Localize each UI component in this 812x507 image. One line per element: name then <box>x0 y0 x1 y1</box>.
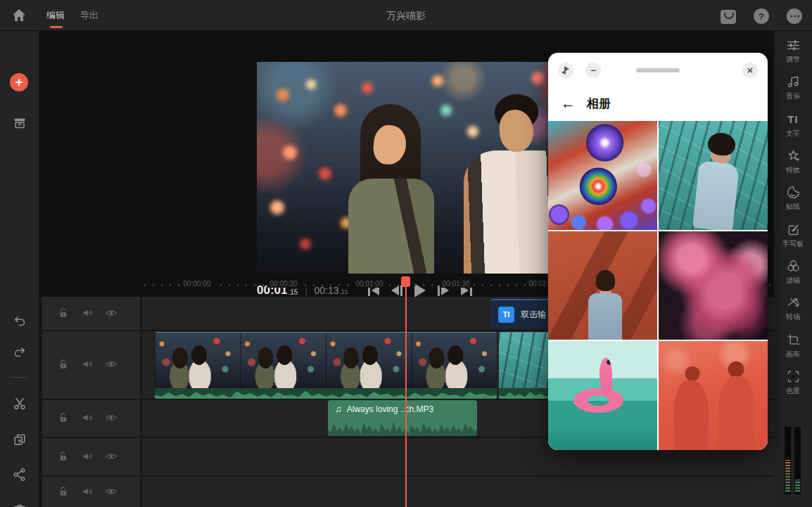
panel-minimize-icon[interactable]: − <box>585 63 601 78</box>
sidebar-label: 特效 <box>786 165 800 175</box>
add-media-button[interactable]: + <box>10 73 28 91</box>
visibility-track-icon[interactable] <box>104 485 118 499</box>
visibility-track-icon[interactable] <box>104 307 118 321</box>
more-menu-icon[interactable]: ⋯ <box>785 6 804 25</box>
audio-level-meters <box>783 427 801 494</box>
album-photo-couple-red[interactable] <box>659 341 768 450</box>
bokeh-lights <box>257 62 267 72</box>
sidebar-item-chroma[interactable]: 色度 <box>774 368 812 402</box>
ruler-label: 00:01:30 <box>440 280 473 288</box>
sidebar-label: 画布 <box>786 349 800 359</box>
lock-track-icon[interactable] <box>56 485 70 499</box>
ruler-label: 00:01:00 <box>353 280 386 288</box>
text-clip-badge: TI <box>498 307 514 323</box>
sidebar-label: 音乐 <box>786 91 800 101</box>
track-header <box>42 297 140 330</box>
sidebar-item-drawing-pad[interactable]: 手写板 <box>774 221 812 255</box>
figure-woman-body <box>348 179 434 274</box>
visibility-track-icon[interactable] <box>104 411 118 425</box>
album-photo-colorful-bubbles[interactable] <box>548 121 657 230</box>
sidebar-item-text[interactable]: TI 文字 <box>774 110 812 144</box>
album-photo-flamingo-float[interactable] <box>548 341 657 450</box>
toolbar-divider <box>10 377 28 378</box>
audio-meter-right <box>794 427 801 494</box>
visibility-track-icon[interactable] <box>104 358 118 372</box>
video-clip-thumbnails <box>155 333 497 389</box>
album-photo-woman-orange-wall[interactable] <box>548 231 657 340</box>
sidebar-label: 转场 <box>786 312 800 322</box>
sidebar-label: 调节 <box>786 55 800 65</box>
sidebar-item-filters[interactable]: 滤镜 <box>774 257 812 291</box>
store-icon[interactable] <box>719 6 737 25</box>
video-clip-1[interactable] <box>155 332 497 399</box>
media-library-icon[interactable] <box>0 111 39 135</box>
album-photo-pink-ink[interactable] <box>659 231 768 340</box>
panel-close-icon[interactable]: × <box>742 63 758 78</box>
lock-track-icon[interactable] <box>56 450 70 464</box>
ruler-label: 00:00:00 <box>181 280 214 288</box>
audio-meter-left <box>785 427 791 494</box>
lock-track-icon[interactable] <box>56 307 70 321</box>
music-note-icon: ♫ <box>335 404 342 414</box>
right-sidebar: 调节 音乐 TI 文字 特效 贴纸 手写板 滤镜 转场 <box>774 31 812 507</box>
track-header <box>42 438 140 475</box>
track-header <box>42 400 140 437</box>
audio-clip-label: Always loving ..ch.MP3 <box>347 404 433 414</box>
sidebar-item-canvas[interactable]: 画布 <box>774 331 812 365</box>
mute-track-icon[interactable] <box>80 411 94 425</box>
cut-icon[interactable] <box>0 392 39 416</box>
sidebar-label: 文字 <box>786 129 800 139</box>
sidebar-label: 贴纸 <box>786 202 800 212</box>
album-photo-man-graffiti[interactable] <box>659 121 768 230</box>
help-icon[interactable]: ? <box>752 6 770 25</box>
sidebar-item-music[interactable]: 音乐 <box>774 73 812 107</box>
track-lane-empty-2[interactable] <box>142 477 774 507</box>
text-clip-label: 双击输 <box>521 309 546 321</box>
track-header <box>42 331 140 399</box>
undo-icon[interactable] <box>0 310 39 334</box>
video-clip-waveform <box>155 388 497 399</box>
sidebar-item-transitions[interactable]: 转场 <box>774 294 812 328</box>
left-toolbar: + <box>0 31 39 507</box>
sidebar-label: 色度 <box>786 386 800 396</box>
visibility-track-icon[interactable] <box>104 450 118 464</box>
album-photo-grid <box>548 121 768 450</box>
mute-track-icon[interactable] <box>80 485 94 499</box>
sidebar-label: 手写板 <box>782 239 804 249</box>
mute-track-icon[interactable] <box>80 307 94 321</box>
sidebar-item-stickers[interactable]: 贴纸 <box>774 184 812 217</box>
lock-track-icon[interactable] <box>56 358 70 372</box>
mute-track-icon[interactable] <box>80 450 94 464</box>
panel-title: 相册 <box>587 96 611 112</box>
share-icon[interactable] <box>0 463 39 487</box>
app-window: 编辑 导出 万兴喵影 ? ⋯ + <box>0 0 812 507</box>
redo-icon[interactable] <box>0 341 39 365</box>
delete-icon[interactable] <box>0 498 39 507</box>
ruler-label: 00:00:30 <box>267 280 300 288</box>
playhead-line <box>405 278 407 507</box>
album-panel: − × ← 相册 <box>548 53 768 450</box>
app-title: 万兴喵影 <box>0 0 812 31</box>
playhead[interactable] <box>401 276 411 507</box>
track-header <box>42 477 140 507</box>
sidebar-item-adjust[interactable]: 调节 <box>774 37 812 70</box>
mute-track-icon[interactable] <box>80 358 94 372</box>
duplicate-icon[interactable] <box>0 428 39 451</box>
sidebar-label: 滤镜 <box>786 276 800 285</box>
panel-dock-icon[interactable] <box>558 63 573 78</box>
sidebar-item-effects[interactable]: 特效 <box>774 147 812 181</box>
top-bar: 编辑 导出 万兴喵影 ? ⋯ <box>0 0 812 31</box>
back-arrow-icon[interactable]: ← <box>561 95 576 112</box>
panel-drag-handle[interactable] <box>636 68 680 72</box>
lock-track-icon[interactable] <box>56 411 70 425</box>
